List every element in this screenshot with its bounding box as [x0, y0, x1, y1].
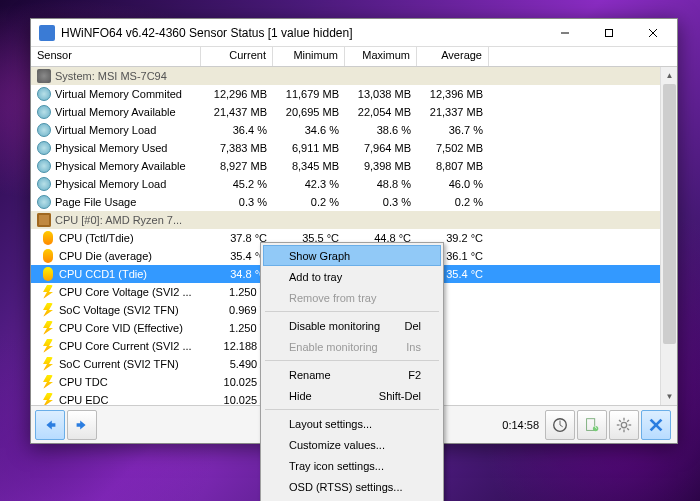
value-max: 13,038 MB [345, 88, 417, 100]
scroll-up-button[interactable]: ▲ [661, 67, 677, 84]
menu-item[interactable]: RenameF2 [263, 364, 441, 385]
menu-item-label: Disable monitoring [289, 320, 380, 332]
sensor-label: CPU Core Current (SVI2 ... [59, 340, 192, 352]
menu-item[interactable]: OSD (RTSS) settings... [263, 476, 441, 497]
column-headers[interactable]: Sensor Current Minimum Maximum Average [31, 47, 677, 67]
thermometer-icon [43, 249, 53, 263]
clock-button[interactable] [545, 410, 575, 440]
thermometer-icon [43, 231, 53, 245]
value-cur: 12,296 MB [201, 88, 273, 100]
sensor-row[interactable]: Virtual Memory Available21,437 MB20,695 … [31, 103, 677, 121]
value-min: 20,695 MB [273, 106, 345, 118]
svg-point-9 [621, 422, 626, 427]
sensor-row[interactable]: Page File Usage0.3 %0.2 %0.3 %0.2 % [31, 193, 677, 211]
menu-item-label: OSD (RTSS) settings... [289, 481, 403, 493]
value-cur: 45.2 % [201, 178, 273, 190]
sensor-label: Physical Memory Used [55, 142, 167, 154]
sensor-label: CPU [#0]: AMD Ryzen 7... [55, 214, 182, 226]
menu-item-label: Layout settings... [289, 418, 372, 430]
menu-item-label: Add to tray [289, 271, 342, 283]
sensor-row[interactable]: Virtual Memory Load36.4 %34.6 %38.6 %36.… [31, 121, 677, 139]
nav-forward-button[interactable] [67, 410, 97, 440]
menu-item[interactable]: HideShift-Del [263, 385, 441, 406]
sensor-group-row[interactable]: System: MSI MS-7C94 [31, 67, 677, 85]
sensor-row[interactable]: Virtual Memory Commited12,296 MB11,679 M… [31, 85, 677, 103]
scrollbar[interactable]: ▲ ▼ [660, 67, 677, 405]
sensor-label: Physical Memory Load [55, 178, 166, 190]
menu-item-label: Customize values... [289, 439, 385, 451]
close-button[interactable] [631, 19, 675, 47]
sensor-group-row[interactable]: CPU [#0]: AMD Ryzen 7... [31, 211, 677, 229]
menu-separator [265, 360, 439, 361]
svg-line-14 [619, 420, 621, 422]
sensor-label: Virtual Memory Commited [55, 88, 182, 100]
lightning-icon [43, 357, 53, 371]
svg-line-6 [560, 425, 563, 427]
value-min: 42.3 % [273, 178, 345, 190]
value-avg: 8,807 MB [417, 160, 489, 172]
value-avg: 46.0 % [417, 178, 489, 190]
lightning-icon [43, 375, 53, 389]
value-max: 48.8 % [345, 178, 417, 190]
value-avg: 7,502 MB [417, 142, 489, 154]
svg-line-16 [627, 420, 629, 422]
settings-button[interactable] [609, 410, 639, 440]
sensor-label: Virtual Memory Load [55, 124, 156, 136]
menu-shortcut: Ins [406, 341, 421, 353]
nav-back-button[interactable] [35, 410, 65, 440]
sensor-label: CPU Core VID (Effective) [59, 322, 183, 334]
menu-item[interactable]: Add to tray [263, 266, 441, 287]
sensor-label: CPU CCD1 (Tdie) [59, 268, 147, 280]
sensor-label: CPU Die (average) [59, 250, 152, 262]
sensor-label: Physical Memory Available [55, 160, 186, 172]
menu-item-label: Show Graph [289, 250, 350, 262]
value-max: 7,964 MB [345, 142, 417, 154]
menu-item[interactable]: Tray icon settings... [263, 455, 441, 476]
menu-item[interactable]: Disable monitoringDel [263, 315, 441, 336]
value-min: 34.6 % [273, 124, 345, 136]
context-menu[interactable]: Show GraphAdd to trayRemove from trayDis… [260, 242, 444, 501]
value-max: 22,054 MB [345, 106, 417, 118]
svg-rect-1 [606, 29, 613, 36]
titlebar[interactable]: HWiNFO64 v6.42-4360 Sensor Status [1 val… [31, 19, 677, 47]
lightning-icon [43, 393, 53, 405]
maximize-button[interactable] [587, 19, 631, 47]
close-sensors-button[interactable] [641, 410, 671, 440]
sensor-label: CPU (Tctl/Tdie) [59, 232, 134, 244]
menu-item-label: Rename [289, 369, 331, 381]
menu-item[interactable]: Alert settings... [263, 497, 441, 501]
svg-line-17 [619, 428, 621, 430]
col-minimum[interactable]: Minimum [273, 47, 345, 66]
lightning-icon [43, 285, 53, 299]
menu-item[interactable]: Show Graph [263, 245, 441, 266]
menu-item[interactable]: Layout settings... [263, 413, 441, 434]
col-maximum[interactable]: Maximum [345, 47, 417, 66]
sensor-row[interactable]: Physical Memory Available8,927 MB8,345 M… [31, 157, 677, 175]
col-sensor[interactable]: Sensor [31, 47, 201, 66]
lightning-icon [43, 321, 53, 335]
value-max: 0.3 % [345, 196, 417, 208]
col-average[interactable]: Average [417, 47, 489, 66]
menu-item[interactable]: Customize values... [263, 434, 441, 455]
lightning-icon [43, 303, 53, 317]
menu-item-label: Enable monitoring [289, 341, 378, 353]
menu-item: Enable monitoringIns [263, 336, 441, 357]
menu-separator [265, 311, 439, 312]
value-min: 8,345 MB [273, 160, 345, 172]
svg-line-15 [627, 428, 629, 430]
memory-icon [37, 177, 51, 191]
col-current[interactable]: Current [201, 47, 273, 66]
log-button[interactable] [577, 410, 607, 440]
scroll-thumb[interactable] [663, 84, 676, 344]
sensor-row[interactable]: Physical Memory Load45.2 %42.3 %48.8 %46… [31, 175, 677, 193]
lightning-icon [43, 339, 53, 353]
sensor-label: Virtual Memory Available [55, 106, 176, 118]
sensor-row[interactable]: Physical Memory Used7,383 MB6,911 MB7,96… [31, 139, 677, 157]
sensor-label: System: MSI MS-7C94 [55, 70, 167, 82]
minimize-button[interactable] [543, 19, 587, 47]
menu-item: Remove from tray [263, 287, 441, 308]
value-min: 11,679 MB [273, 88, 345, 100]
value-avg: 21,337 MB [417, 106, 489, 118]
value-avg: 12,396 MB [417, 88, 489, 100]
scroll-down-button[interactable]: ▼ [661, 388, 677, 405]
